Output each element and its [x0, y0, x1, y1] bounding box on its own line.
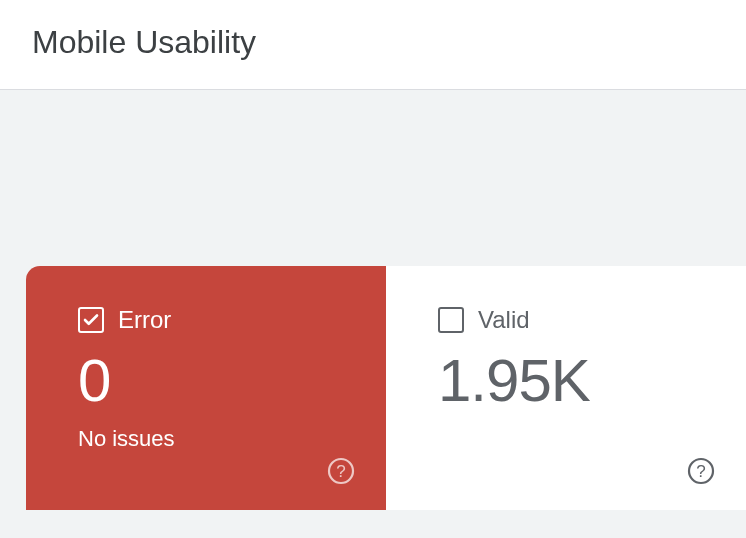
error-label: Error: [118, 306, 171, 334]
error-subtext: No issues: [78, 426, 350, 452]
error-value: 0: [78, 348, 350, 414]
checkbox-unchecked-icon[interactable]: [438, 307, 464, 333]
help-icon[interactable]: ?: [686, 456, 716, 486]
checkbox-checked-icon[interactable]: [78, 307, 104, 333]
page-title: Mobile Usability: [32, 24, 714, 61]
help-icon[interactable]: ?: [326, 456, 356, 486]
content-area: Error 0 No issues ? Valid 1.95K ?: [0, 90, 746, 510]
valid-card-header: Valid: [438, 306, 710, 334]
error-card-header: Error: [78, 306, 350, 334]
page-header: Mobile Usability: [0, 0, 746, 90]
svg-text:?: ?: [336, 462, 345, 481]
valid-value: 1.95K: [438, 348, 710, 414]
error-card[interactable]: Error 0 No issues ?: [26, 266, 386, 510]
svg-text:?: ?: [696, 462, 705, 481]
cards-row: Error 0 No issues ? Valid 1.95K ?: [0, 266, 746, 510]
valid-label: Valid: [478, 306, 530, 334]
valid-card[interactable]: Valid 1.95K ?: [386, 266, 746, 510]
